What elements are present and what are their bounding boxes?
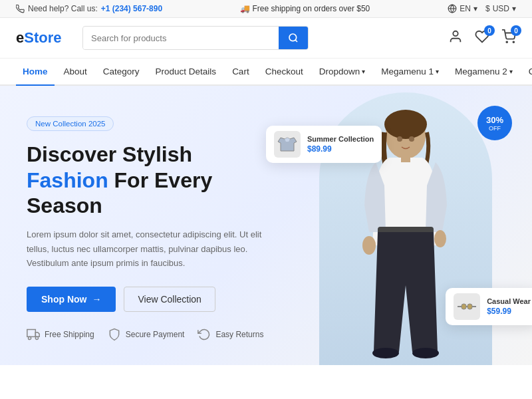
product-info-summer: Summer Collection $89.99 [307, 135, 374, 154]
currency-selector[interactable]: $ USD ▾ [485, 4, 516, 13]
user-icon [448, 29, 463, 44]
feature-shipping-label: Free Shipping [45, 330, 94, 339]
language-label: EN [460, 4, 471, 13]
nav-item-home[interactable]: Home [16, 59, 55, 86]
nav-item-about[interactable]: About [57, 59, 94, 84]
hero-features: Free Shipping Secure Payment Easy Return… [27, 328, 279, 341]
svg-point-20 [409, 136, 414, 142]
svg-rect-22 [467, 304, 472, 309]
top-bar: Need help? Call us: +1 (234) 567-890 🚚 F… [0, 0, 532, 18]
account-button[interactable] [448, 29, 463, 47]
svg-rect-7 [27, 329, 36, 336]
discount-badge: 30% OFF [477, 106, 512, 140]
search-button[interactable] [279, 27, 308, 49]
summer-collection-price: $89.99 [307, 144, 374, 154]
shipping-text: 🚚 Free shipping on orders over $50 [240, 4, 370, 13]
return-icon [198, 328, 211, 341]
product-card-summer: Summer Collection $89.99 [266, 126, 382, 163]
svg-point-9 [29, 336, 31, 339]
nav-item-category[interactable]: Category [96, 59, 146, 84]
svg-point-12 [384, 110, 427, 139]
search-icon [288, 33, 299, 43]
nav-item-dropdown[interactable]: Dropdown ▾ [313, 59, 372, 84]
svg-point-15 [412, 348, 439, 358]
hero-badge: New Collection 2025 [27, 116, 114, 131]
nav-item-megamenu1[interactable]: Megamenu 1 ▾ [374, 59, 446, 84]
nav-item-product-details[interactable]: Product Details [149, 59, 223, 84]
nav-item-contact[interactable]: Contact [522, 59, 532, 84]
svg-point-18 [434, 230, 446, 247]
casual-wear-name: Casual Wear [487, 297, 531, 305]
currency-label: USD [493, 4, 509, 13]
header-icons: 0 0 [448, 29, 516, 47]
product-card-casual: Casual Wear $59.99 [446, 288, 532, 325]
feature-payment-label: Secure Payment [126, 330, 185, 339]
search-bar [82, 26, 309, 50]
svg-point-14 [372, 348, 399, 358]
dropdown-chevron: ▾ [362, 68, 365, 75]
nav-item-cart[interactable]: Cart [225, 59, 256, 84]
feature-easy-returns: Easy Returns [198, 328, 263, 341]
svg-rect-21 [462, 304, 466, 309]
summer-collection-name: Summer Collection [307, 135, 374, 143]
nav-item-megamenu2[interactable]: Megamenu 2 ▾ [448, 59, 519, 84]
hero-content: New Collection 2025 Discover Stylish Fas… [27, 106, 279, 352]
search-input[interactable] [83, 27, 279, 49]
svg-point-4 [453, 31, 458, 36]
svg-point-2 [289, 34, 297, 41]
currency-chevron: ▾ [512, 4, 516, 13]
shield-icon [108, 328, 121, 341]
svg-marker-8 [35, 332, 39, 336]
view-collection-button[interactable]: View Collection [124, 287, 215, 312]
feature-free-shipping: Free Shipping [27, 328, 94, 341]
product-image-casual [454, 293, 480, 320]
truck-icon [27, 328, 40, 341]
svg-point-19 [397, 136, 402, 142]
cart-button[interactable]: 0 [501, 29, 516, 47]
discount-label: OFF [489, 125, 501, 132]
globe-icon [448, 4, 457, 13]
hero-title: Discover Stylish Fashion For EverySeason [27, 142, 279, 218]
header: eStore 0 0 [0, 18, 532, 59]
top-bar-right: EN ▾ $ USD ▾ [448, 4, 516, 13]
svg-rect-16 [401, 154, 410, 162]
shop-now-button[interactable]: Shop Now → [27, 287, 116, 312]
feature-returns-label: Easy Returns [215, 330, 263, 339]
svg-line-3 [295, 40, 297, 42]
sunglasses-icon [455, 295, 479, 319]
product-info-casual: Casual Wear $59.99 [487, 297, 531, 316]
arrow-icon: → [92, 294, 101, 305]
svg-point-6 [513, 41, 514, 43]
language-chevron: ▾ [473, 4, 477, 13]
language-selector[interactable]: EN ▾ [448, 4, 477, 13]
svg-point-5 [506, 41, 507, 43]
hero-description: Lorem ipsum dolor sit amet, consectetur … [27, 227, 279, 270]
svg-point-10 [35, 336, 38, 339]
help-text: Need help? Call us: [28, 4, 98, 13]
megamenu1-chevron: ▾ [436, 68, 439, 75]
logo[interactable]: eStore [16, 29, 69, 47]
hero-buttons: Shop Now → View Collection [27, 287, 279, 312]
phone-icon [16, 5, 25, 13]
nav-item-checkout[interactable]: Checkout [259, 59, 310, 84]
wishlist-button[interactable]: 0 [475, 29, 489, 47]
top-bar-help: Need help? Call us: +1 (234) 567-890 [16, 4, 162, 13]
casual-wear-price: $59.99 [487, 307, 531, 316]
megamenu2-chevron: ▾ [509, 68, 513, 75]
main-nav: Home About Category Product Details Cart… [0, 59, 532, 86]
discount-percent: 30% [486, 115, 503, 125]
hero-title-line1: Discover Stylish [27, 142, 192, 166]
svg-point-17 [362, 236, 376, 255]
feature-secure-payment: Secure Payment [108, 328, 185, 341]
phone-number[interactable]: +1 (234) 567-890 [101, 4, 162, 13]
hero-image-area: 30% OFF [279, 86, 532, 365]
cart-badge: 0 [511, 25, 521, 36]
hero-title-highlight: Fashion [27, 168, 108, 192]
hero-section: New Collection 2025 Discover Stylish Fas… [0, 86, 532, 365]
wishlist-badge: 0 [484, 25, 495, 36]
shipping-notice: 🚚 Free shipping on orders over $50 [240, 4, 370, 13]
